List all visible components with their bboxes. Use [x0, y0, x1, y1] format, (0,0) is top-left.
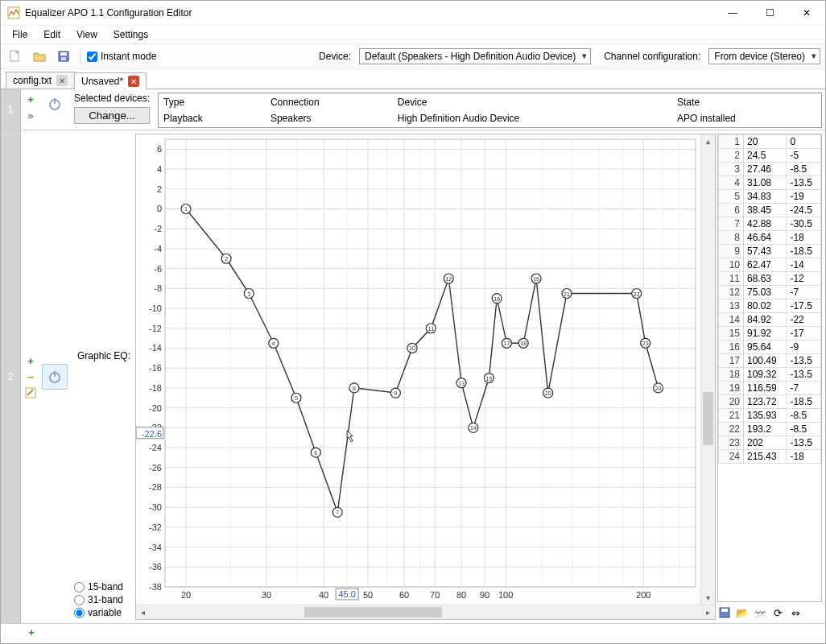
point-row[interactable]: 431.08-13.5	[719, 176, 821, 190]
svg-text:24: 24	[655, 386, 662, 391]
point-row[interactable]: 846.64-18	[719, 231, 821, 245]
device-table: Type Connection Device State Playback Sp…	[158, 93, 822, 128]
point-row[interactable]: 742.88-30.5	[719, 217, 821, 231]
point-row[interactable]: 19116.59-7	[719, 382, 821, 395]
device-combo[interactable]: Default (Speakers - High Definition Audi…	[359, 48, 591, 64]
point-row[interactable]: 327.46-8.5	[719, 163, 821, 176]
point-row[interactable]: 20123.72-18.5	[719, 395, 821, 409]
power-toggle-row1[interactable]	[42, 91, 68, 117]
save-file-icon[interactable]	[54, 47, 73, 66]
svg-text:5: 5	[295, 395, 298, 401]
point-row[interactable]: 1275.03-7	[719, 286, 821, 299]
svg-text:50: 50	[363, 590, 373, 600]
instant-mode-label: Instant mode	[101, 51, 156, 62]
svg-text:4: 4	[157, 164, 162, 174]
svg-text:12: 12	[445, 276, 452, 282]
svg-rect-87	[165, 139, 696, 587]
menubar: File Edit View Settings	[1, 26, 825, 43]
point-row[interactable]: 638.45-24.5	[719, 204, 821, 217]
instant-mode-checkbox[interactable]: Instant mode	[87, 51, 156, 62]
col-connection: Connection	[267, 95, 393, 109]
point-row[interactable]: 23202-13.5	[719, 436, 821, 450]
point-row[interactable]: 24215.43-18	[719, 450, 821, 464]
menu-file[interactable]: File	[4, 27, 35, 43]
svg-text:-16: -16	[149, 363, 162, 373]
point-row[interactable]: 17100.49-13.5	[719, 354, 821, 368]
device-row[interactable]: Playback Speakers High Definition Audio …	[160, 111, 820, 126]
row-index-1[interactable]: 1	[1, 89, 21, 130]
point-row[interactable]: 1695.64-9	[719, 341, 821, 354]
eq-chart[interactable]: 6420-2-4-6-8-10-12-14-16-18-20-22-24-26-…	[135, 134, 716, 620]
point-row[interactable]: 18109.32-13.5	[719, 368, 821, 382]
point-row[interactable]: 1380.02-17.5	[719, 299, 821, 313]
point-row[interactable]: 22193.2-8.5	[719, 423, 821, 436]
open-file-icon[interactable]	[30, 47, 49, 66]
remove-band-icon[interactable]: −	[24, 370, 37, 383]
svg-text:2: 2	[157, 184, 162, 194]
svg-text:21: 21	[564, 291, 570, 297]
band-15-radio[interactable]: 15-band	[74, 581, 130, 592]
edit-icon[interactable]	[24, 386, 37, 399]
save-curve-icon[interactable]	[717, 605, 732, 620]
chart-vscrollbar[interactable]: ▴▾	[700, 134, 715, 605]
add-band-icon[interactable]: +	[24, 354, 37, 367]
svg-text:15: 15	[486, 376, 493, 382]
svg-text:11: 11	[427, 326, 434, 332]
window-title: Equalizer APO 1.1 Configuration Editor	[25, 7, 714, 19]
selected-devices-label: Selected devices:	[74, 93, 150, 104]
reset-icon[interactable]: ⟳	[770, 605, 785, 620]
expand-icon[interactable]: »	[24, 109, 37, 122]
add-row-icon[interactable]: +	[25, 625, 38, 638]
svg-text:-14: -14	[149, 343, 162, 353]
point-row[interactable]: 21135.93-8.5	[719, 409, 821, 423]
change-devices-button[interactable]: Change...	[74, 107, 150, 124]
svg-text:45.0: 45.0	[338, 589, 355, 599]
tab-close-icon[interactable]: ✕	[56, 75, 68, 86]
svg-text:6: 6	[314, 450, 317, 456]
point-row[interactable]: 957.43-18.5	[719, 245, 821, 258]
menu-edit[interactable]: Edit	[35, 27, 68, 43]
chart-hscrollbar[interactable]: ◂▸	[136, 605, 715, 619]
app-icon	[7, 6, 20, 19]
svg-text:14: 14	[470, 425, 477, 431]
point-row[interactable]: 1591.92-17	[719, 327, 821, 341]
svg-text:2: 2	[225, 256, 228, 262]
invert-icon[interactable]: 〰	[753, 605, 767, 620]
add-filter-icon[interactable]: +	[24, 93, 37, 105]
import-icon[interactable]: 📂	[735, 605, 750, 620]
point-row[interactable]: 1062.47-14	[719, 258, 821, 272]
menu-view[interactable]: View	[68, 27, 105, 43]
point-row[interactable]: 534.83-19	[719, 190, 821, 204]
maximize-button[interactable]: ☐	[751, 1, 788, 25]
close-button[interactable]: ✕	[788, 1, 825, 25]
svg-text:-22.6: -22.6	[142, 429, 162, 439]
svg-rect-141	[721, 609, 728, 612]
band-31-radio[interactable]: 31-band	[74, 594, 130, 605]
flat-icon[interactable]: ⇔	[788, 605, 803, 620]
point-row[interactable]: 1484.92-22	[719, 313, 821, 327]
point-row[interactable]: 1200	[719, 135, 821, 149]
svg-text:-30: -30	[149, 502, 162, 512]
tab-unsaved[interactable]: Unsaved* ✕	[74, 72, 147, 89]
svg-text:-4: -4	[154, 244, 162, 254]
svg-text:-34: -34	[149, 543, 162, 552]
svg-text:-12: -12	[149, 324, 162, 333]
svg-text:-18: -18	[149, 383, 162, 393]
minimize-button[interactable]: —	[714, 1, 751, 25]
svg-text:-20: -20	[149, 403, 162, 413]
tab-close-icon[interactable]: ✕	[128, 76, 139, 87]
band-variable-radio[interactable]: variable	[74, 607, 130, 618]
row-index-2[interactable]: 2	[1, 130, 21, 623]
menu-settings[interactable]: Settings	[105, 27, 156, 43]
tab-config[interactable]: config.txt ✕	[6, 72, 75, 89]
points-table[interactable]: 1200224.5-5327.46-8.5431.08-13.5534.83-1…	[717, 134, 822, 602]
new-file-icon[interactable]	[6, 47, 25, 66]
svg-text:-36: -36	[149, 562, 162, 572]
channel-config-combo[interactable]: From device (Stereo)	[708, 48, 820, 64]
point-row[interactable]: 224.5-5	[719, 149, 821, 163]
svg-text:13: 13	[458, 381, 465, 386]
svg-text:20: 20	[181, 590, 191, 600]
point-row[interactable]: 1168.63-12	[719, 272, 821, 286]
svg-text:-28: -28	[149, 482, 162, 492]
power-toggle-row2[interactable]	[42, 364, 68, 390]
